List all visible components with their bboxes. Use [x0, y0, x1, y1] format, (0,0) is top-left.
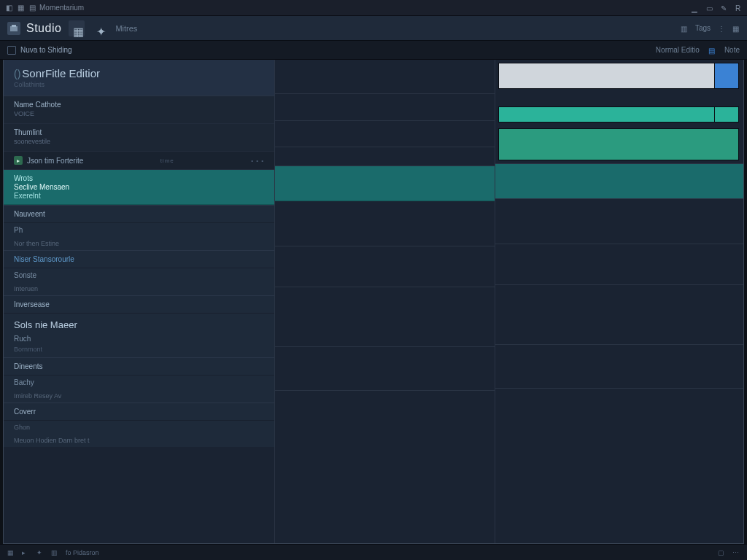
properties-panel: ()SonrFitle Editior Collathints Name Cat…: [4, 60, 275, 543]
toolbar-button-2[interactable]: ✦: [92, 20, 108, 36]
property-row-thumb[interactable]: Thumlint soonevestile: [4, 124, 274, 152]
group-item[interactable]: Ph: [4, 223, 274, 237]
group-nauveent: Nauveent Ph Nor then Estine: [4, 205, 274, 250]
prop-value: VOICE: [14, 110, 264, 117]
more-icon[interactable]: ⋮: [718, 25, 725, 32]
preview-cell[interactable]: [495, 345, 743, 389]
timeline-cell[interactable]: [275, 246, 495, 287]
window-icon: ◧: [4, 4, 13, 12]
right-label[interactable]: Tags: [695, 24, 711, 32]
status-icon-4[interactable]: ▥: [51, 549, 58, 556]
runtime-dots-icon[interactable]: • • •: [251, 158, 264, 164]
status-label: fo Pidasron: [66, 549, 99, 556]
group-title[interactable]: Sols nie Maeer: [4, 314, 274, 332]
document-tabbar: Nuva to Shiding Normal Editio ▤ Note: [0, 41, 747, 60]
brand-icon: [7, 22, 20, 35]
panel-title: SonrFitle Editior: [22, 67, 100, 79]
prop-label: Name Cathote: [14, 101, 264, 109]
note-label[interactable]: Note: [724, 46, 740, 54]
tool-icon[interactable]: ✎: [721, 4, 728, 12]
status-right-icon-2[interactable]: ⋯: [732, 549, 740, 556]
runtime-label: Json tim Forterite: [27, 157, 83, 165]
timeline-cell[interactable]: [275, 60, 495, 94]
status-bar: ▦ ▸ ✦ ▥ fo Pidasron ▢ ⋯: [0, 544, 747, 560]
menu-label[interactable]: Mitres: [115, 24, 137, 33]
color-swatch-light[interactable]: [498, 63, 739, 89]
runtime-section-header[interactable]: ▸ Json tim Forterite time • • •: [4, 152, 274, 170]
runtime-tag: time: [160, 158, 174, 164]
property-row-name[interactable]: Name Cathote VOICE: [4, 96, 274, 124]
color-swatch-mint-small[interactable]: [714, 106, 739, 122]
timeline-cell-selected[interactable]: [275, 166, 495, 201]
status-right-icon-1[interactable]: ▢: [718, 549, 725, 556]
tab-icon: [7, 46, 16, 55]
group-item[interactable]: Meuon Hodien Darn bret t: [4, 434, 274, 447]
maximize-icon[interactable]: ▭: [706, 4, 713, 12]
preview-track-teal[interactable]: [495, 164, 743, 199]
track-line-3: Exerelnt: [14, 192, 264, 200]
group-item[interactable]: Interuen: [4, 282, 274, 295]
preview-cell[interactable]: [495, 199, 743, 244]
timeline-cell[interactable]: [275, 287, 495, 347]
group-niser: Niser Stansorourle Sonste Interuen: [4, 250, 274, 295]
timeline-cell[interactable]: [275, 347, 495, 391]
panel-subtitle: Collathints: [14, 81, 264, 88]
group-coverr: Coverr Ghon Meuon Hodien Darn bret t: [4, 402, 274, 447]
tab-label: Nuva to Shiding: [20, 46, 72, 54]
brand-label: Studio: [26, 22, 61, 35]
group-item[interactable]: Imireb Resey Av: [4, 389, 274, 402]
group-item[interactable]: Nor then Estine: [4, 237, 274, 250]
preview-area[interactable]: [495, 163, 743, 543]
app-topbar: Studio ▦ ✦ Mitres ▥ Tags ⋮ ▦: [0, 16, 747, 41]
window-icon-3: ▤: [28, 4, 36, 12]
svg-rect-0: [10, 26, 18, 31]
group-inversease: Inversease Sols nie Maeer Ruch Bornmont: [4, 295, 274, 357]
panel-icon[interactable]: ▥: [681, 25, 688, 32]
mode-label[interactable]: Normal Editio: [656, 46, 700, 54]
timeline-cell[interactable]: [275, 147, 495, 166]
preview-cell[interactable]: [495, 244, 743, 285]
runtime-badge-icon: ▸: [14, 156, 23, 165]
svg-rect-1: [12, 25, 16, 27]
mode-icon[interactable]: ▤: [708, 47, 716, 54]
group-header[interactable]: Inversease: [4, 295, 274, 314]
panel-header: ()SonrFitle Editior Collathints: [4, 60, 274, 96]
settings-icon[interactable]: ▦: [732, 25, 740, 32]
group-item[interactable]: Ruch: [4, 332, 274, 346]
track-line-2: Seclive Mensaen: [14, 183, 264, 191]
toolbar-button-1[interactable]: ▦: [69, 20, 85, 36]
group-item[interactable]: Bachy: [4, 376, 274, 389]
timeline-column: [275, 60, 495, 543]
status-icon-1[interactable]: ▦: [7, 549, 15, 556]
group-header[interactable]: Nauveent: [4, 205, 274, 223]
status-icon-2[interactable]: ▸: [22, 549, 29, 556]
close-icon[interactable]: R: [735, 4, 743, 12]
group-header[interactable]: Niser Stansorourle: [4, 250, 274, 268]
tab-active[interactable]: Nuva to Shiding: [7, 46, 72, 55]
window-icon-2: ▦: [16, 4, 25, 12]
prop-label: Thumlint: [14, 128, 264, 136]
group-item[interactable]: Ghon: [4, 421, 274, 434]
color-swatch-green[interactable]: [498, 128, 739, 160]
track-line-1: Wrots: [14, 174, 264, 182]
selected-track-row[interactable]: Wrots Seclive Mensaen Exerelnt: [4, 170, 274, 205]
group-dineents: Dineents Bachy Imireb Resey Av: [4, 357, 274, 402]
timeline-cell[interactable]: [275, 121, 495, 147]
status-icon-3[interactable]: ✦: [36, 549, 44, 556]
group-header[interactable]: Dineents: [4, 357, 274, 376]
os-titlebar: ◧ ▦ ▤ Momentarium ▁ ▭ ✎ R: [0, 0, 747, 16]
group-item[interactable]: Bornmont: [4, 346, 274, 357]
paren-icon: (): [14, 68, 20, 79]
timeline-cell[interactable]: [275, 94, 495, 121]
group-header[interactable]: Coverr: [4, 402, 274, 421]
timeline-cell[interactable]: [275, 201, 495, 246]
workspace: ()SonrFitle Editior Collathints Name Cat…: [3, 60, 744, 544]
window-title: Momentarium: [39, 4, 84, 12]
color-swatch-mint[interactable]: [498, 106, 739, 122]
color-swatch-blue[interactable]: [714, 63, 739, 89]
preview-column: [495, 60, 743, 543]
preview-cell[interactable]: [495, 285, 743, 345]
group-item[interactable]: Sonste: [4, 268, 274, 282]
prop-value: soonevestile: [14, 138, 264, 145]
minimize-icon[interactable]: ▁: [692, 4, 699, 12]
